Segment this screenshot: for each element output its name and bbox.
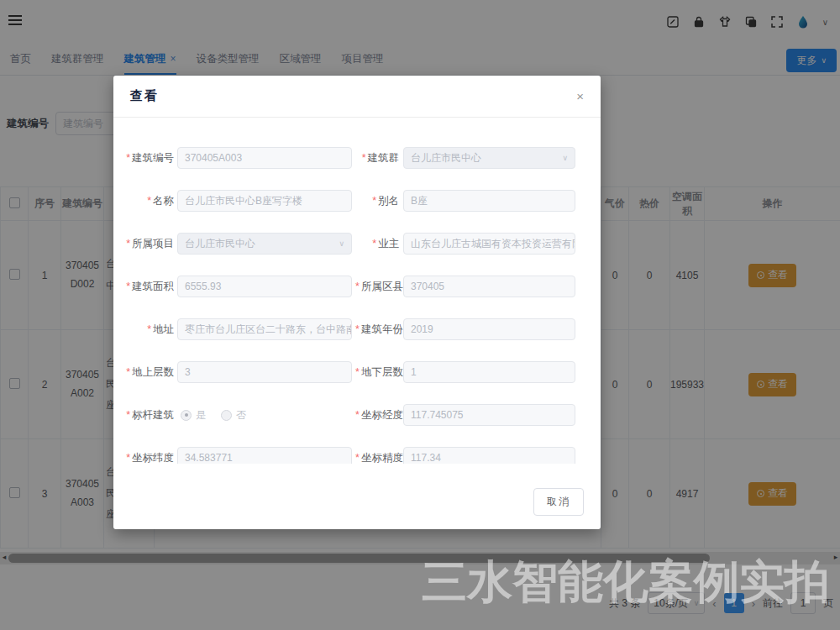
select-value: 台儿庄市民中心 bbox=[185, 234, 255, 254]
field-label: 坐标经度 bbox=[361, 409, 403, 421]
floors-above-field: 3 bbox=[177, 361, 352, 383]
chevron-down-icon: ∨ bbox=[562, 148, 568, 168]
dialog-header: 查看 × bbox=[113, 76, 601, 118]
dialog-title: 查看 bbox=[130, 88, 159, 104]
project-select: 台儿庄市民中心∨ bbox=[177, 233, 352, 255]
required-asterisk: * bbox=[126, 452, 130, 464]
dialog-footer: 取消 bbox=[533, 488, 584, 516]
benchmark-radio-group: 是 否 bbox=[174, 404, 246, 426]
required-asterisk: * bbox=[126, 152, 130, 164]
required-asterisk: * bbox=[372, 238, 376, 249]
address-field: 枣庄市台儿庄区台二十路东，台中路南 bbox=[177, 318, 352, 340]
view-dialog: 查看 × *建筑编号 370405A003 *建筑群 台儿庄市民中心∨ *名称 … bbox=[113, 76, 601, 529]
district-field: 370405 bbox=[403, 276, 575, 297]
building-area-field: 6555.93 bbox=[177, 276, 352, 297]
latitude-field: 34.583771 bbox=[177, 447, 352, 464]
required-asterisk: * bbox=[147, 195, 151, 207]
required-asterisk: * bbox=[355, 323, 360, 335]
building-code-field: 370405A003 bbox=[177, 147, 352, 169]
building-group-select: 台儿庄市民中心∨ bbox=[403, 147, 575, 169]
radio-yes: 是 bbox=[181, 408, 206, 423]
field-label: 所属区县 bbox=[361, 281, 403, 292]
alias-field: B座 bbox=[403, 190, 575, 212]
field-label: 地址 bbox=[153, 323, 174, 335]
field-label: 建筑编号 bbox=[132, 152, 174, 164]
field-label: 业主 bbox=[378, 238, 399, 249]
radio-label: 否 bbox=[236, 408, 246, 423]
field-label: 所属项目 bbox=[132, 238, 174, 249]
required-asterisk: * bbox=[355, 409, 360, 421]
building-name-field: 台儿庄市民中心B座写字楼 bbox=[177, 190, 352, 212]
field-label: 坐标精度 bbox=[361, 452, 403, 464]
radio-unselected-icon bbox=[221, 410, 232, 421]
required-asterisk: * bbox=[355, 452, 360, 464]
required-asterisk: * bbox=[147, 323, 151, 335]
field-label: 名称 bbox=[153, 195, 174, 207]
required-asterisk: * bbox=[355, 366, 360, 378]
radio-selected-icon bbox=[181, 410, 192, 421]
field-label: 建筑群 bbox=[368, 152, 400, 164]
field-label: 标杆建筑 bbox=[132, 409, 174, 421]
required-asterisk: * bbox=[126, 366, 130, 378]
required-asterisk: * bbox=[126, 409, 130, 421]
owner-field: 山东台儿庄古城国有资本投资运营有限公司 bbox=[403, 233, 575, 255]
required-asterisk: * bbox=[362, 152, 366, 164]
radio-no: 否 bbox=[221, 408, 246, 423]
field-label: 建筑年份 bbox=[361, 323, 403, 335]
longitude-field: 117.745075 bbox=[403, 404, 575, 426]
field-label: 地下层数 bbox=[361, 366, 403, 378]
required-asterisk: * bbox=[126, 281, 130, 292]
field-label: 地上层数 bbox=[132, 366, 174, 378]
close-icon[interactable]: × bbox=[576, 90, 584, 102]
required-asterisk: * bbox=[126, 238, 130, 249]
select-value: 台儿庄市民中心 bbox=[411, 148, 481, 168]
field-label: 坐标纬度 bbox=[132, 452, 174, 464]
field-label: 建筑面积 bbox=[132, 281, 174, 292]
field-label: 别名 bbox=[378, 195, 399, 207]
required-asterisk: * bbox=[355, 281, 360, 292]
precision-field: 117.34 bbox=[403, 447, 575, 464]
dialog-body: *建筑编号 370405A003 *建筑群 台儿庄市民中心∨ *名称 台儿庄市民… bbox=[113, 118, 601, 464]
required-asterisk: * bbox=[372, 195, 376, 207]
cancel-button[interactable]: 取消 bbox=[533, 488, 584, 516]
build-year-field: 2019 bbox=[403, 318, 575, 340]
radio-label: 是 bbox=[196, 408, 206, 423]
floors-below-field: 1 bbox=[403, 361, 575, 383]
chevron-down-icon: ∨ bbox=[339, 234, 344, 254]
